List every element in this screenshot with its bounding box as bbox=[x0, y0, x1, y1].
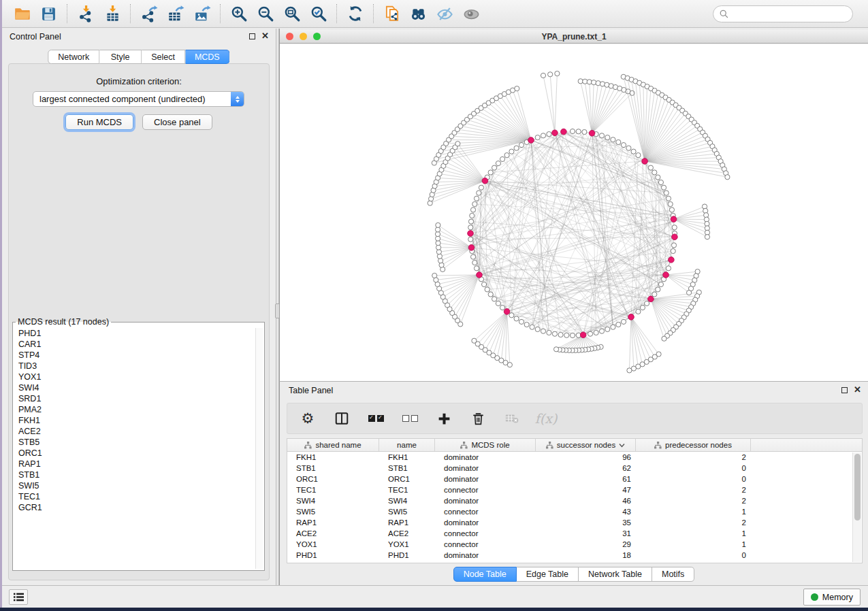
ring-node[interactable] bbox=[541, 329, 545, 333]
ring-node[interactable] bbox=[468, 237, 473, 242]
mcds-result-item[interactable]: SWI4 bbox=[18, 382, 255, 393]
add-column-icon[interactable] bbox=[436, 410, 452, 427]
zoom-in-icon[interactable] bbox=[225, 2, 252, 25]
leaf-node[interactable] bbox=[553, 347, 558, 352]
dominator-node[interactable] bbox=[628, 314, 634, 320]
column-header-shared-name[interactable]: shared name bbox=[287, 439, 379, 451]
ring-node[interactable] bbox=[474, 266, 479, 271]
ring-node[interactable] bbox=[519, 319, 524, 324]
dominator-node[interactable] bbox=[642, 159, 648, 165]
leaf-node[interactable] bbox=[548, 72, 553, 77]
mcds-result-item[interactable]: SRD1 bbox=[18, 393, 255, 404]
leaf-node[interactable] bbox=[686, 291, 691, 295]
dominator-node[interactable] bbox=[561, 129, 567, 135]
mcds-result-item[interactable]: TEC1 bbox=[18, 491, 255, 502]
close-table-panel-icon[interactable]: ✕ bbox=[854, 386, 861, 393]
leaf-node[interactable] bbox=[436, 222, 440, 227]
ring-node[interactable] bbox=[564, 333, 569, 337]
ring-node[interactable] bbox=[648, 165, 653, 170]
float-table-panel-icon[interactable] bbox=[841, 387, 848, 393]
ring-node[interactable] bbox=[616, 322, 621, 327]
mcds-result-item[interactable]: STP4 bbox=[18, 350, 255, 361]
ring-node[interactable] bbox=[656, 287, 660, 292]
ring-node[interactable] bbox=[472, 201, 477, 206]
ring-node[interactable] bbox=[474, 196, 479, 201]
select-all-rows-icon[interactable] bbox=[368, 410, 384, 427]
ring-node[interactable] bbox=[645, 301, 649, 306]
ring-node[interactable] bbox=[519, 142, 524, 147]
copy-network-icon[interactable] bbox=[379, 2, 405, 25]
table-row[interactable]: STB1STB1dominator620 bbox=[287, 463, 862, 474]
ring-node[interactable] bbox=[599, 133, 604, 138]
network-search-box[interactable] bbox=[713, 5, 853, 22]
search-input[interactable] bbox=[729, 9, 847, 18]
ring-node[interactable] bbox=[514, 146, 519, 150]
ring-node[interactable] bbox=[671, 243, 676, 248]
leaf-node[interactable] bbox=[627, 368, 632, 373]
table-row[interactable]: RAP1RAP1dominator352 bbox=[287, 517, 862, 528]
ring-node[interactable] bbox=[605, 135, 610, 139]
dominator-node[interactable] bbox=[672, 234, 678, 240]
ring-node[interactable] bbox=[656, 175, 660, 180]
leaf-node[interactable] bbox=[455, 142, 460, 146]
mcds-result-item[interactable]: ORC1 bbox=[18, 448, 255, 459]
ring-node[interactable] bbox=[658, 180, 663, 184]
ring-node[interactable] bbox=[631, 149, 636, 154]
ring-node[interactable] bbox=[616, 139, 621, 144]
zoom-selected-icon[interactable] bbox=[305, 2, 332, 25]
network-canvas[interactable] bbox=[280, 44, 868, 381]
close-panel-icon[interactable]: ✕ bbox=[261, 33, 269, 39]
open-session-icon[interactable] bbox=[9, 2, 35, 25]
leaf-node[interactable] bbox=[437, 254, 442, 259]
zoom-out-icon[interactable] bbox=[252, 2, 278, 25]
dominator-node[interactable] bbox=[468, 245, 475, 251]
save-session-icon[interactable] bbox=[35, 2, 62, 25]
column-header-mcds-role[interactable]: MCDS role bbox=[435, 439, 536, 451]
tab-network[interactable]: Network bbox=[48, 50, 99, 64]
ring-node[interactable] bbox=[582, 129, 587, 134]
table-row[interactable]: ACE2ACE2connector311 bbox=[287, 528, 862, 539]
ring-node[interactable] bbox=[477, 191, 481, 195]
mcds-result-item[interactable]: PMA2 bbox=[18, 404, 255, 415]
leaf-node[interactable] bbox=[596, 81, 600, 86]
ring-node[interactable] bbox=[599, 329, 604, 333]
column-header-predecessor-nodes[interactable]: predecessor nodes bbox=[636, 439, 751, 451]
table-row[interactable]: SWI4SWI4dominator462 bbox=[287, 495, 862, 506]
mcds-result-item[interactable]: FKH1 bbox=[18, 415, 255, 426]
ring-node[interactable] bbox=[671, 248, 675, 253]
import-table-icon[interactable] bbox=[99, 2, 125, 25]
import-network-icon[interactable] bbox=[72, 2, 99, 25]
ring-node[interactable] bbox=[496, 301, 500, 306]
leaf-node[interactable] bbox=[432, 273, 437, 278]
ring-node[interactable] bbox=[541, 133, 545, 138]
ring-node[interactable] bbox=[472, 260, 477, 265]
tab-network-table[interactable]: Network Table bbox=[579, 567, 652, 582]
ring-node[interactable] bbox=[605, 327, 610, 331]
ring-node[interactable] bbox=[488, 170, 493, 175]
ring-node[interactable] bbox=[547, 330, 551, 335]
ring-node[interactable] bbox=[664, 191, 669, 195]
dominator-node[interactable] bbox=[482, 178, 488, 184]
ring-node[interactable] bbox=[514, 316, 519, 321]
task-history-button[interactable] bbox=[9, 589, 28, 605]
toggle-panes-icon[interactable] bbox=[334, 410, 350, 427]
table-settings-icon[interactable]: ⚙ bbox=[300, 410, 316, 427]
mcds-result-item[interactable]: TID3 bbox=[18, 361, 255, 371]
ring-node[interactable] bbox=[640, 306, 645, 310]
table-row[interactable]: SWI5SWI5connector431 bbox=[287, 506, 862, 517]
tab-motifs[interactable]: Motifs bbox=[652, 567, 694, 582]
ring-node[interactable] bbox=[668, 201, 673, 206]
delete-column-icon[interactable] bbox=[470, 410, 486, 427]
ring-node[interactable] bbox=[594, 330, 598, 335]
ring-node[interactable] bbox=[547, 131, 551, 136]
ring-node[interactable] bbox=[479, 185, 483, 190]
export-network-icon[interactable] bbox=[135, 2, 162, 25]
ring-node[interactable] bbox=[504, 152, 509, 157]
mcds-result-item[interactable]: SWI5 bbox=[18, 480, 255, 491]
ring-node[interactable] bbox=[672, 225, 677, 230]
dominator-node[interactable] bbox=[504, 309, 510, 315]
export-image-icon[interactable] bbox=[189, 2, 215, 25]
ring-node[interactable] bbox=[488, 292, 493, 297]
ring-node[interactable] bbox=[470, 254, 475, 259]
mcds-result-item[interactable]: CAR1 bbox=[18, 339, 255, 350]
